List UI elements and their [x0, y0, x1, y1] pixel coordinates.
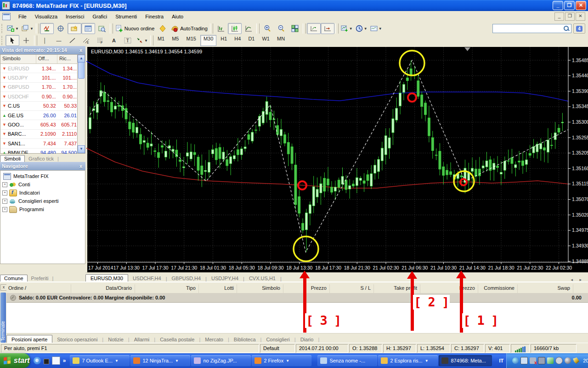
timeframe-m15[interactable]: M15 — [183, 35, 199, 46]
profiles-button[interactable]: ▼ — [20, 23, 35, 34]
start-button[interactable]: start — [0, 353, 30, 368]
expand-plus-icon[interactable]: + — [2, 190, 7, 196]
autoscroll-button[interactable] — [307, 23, 321, 34]
new-chart-button[interactable]: ▼ — [6, 23, 20, 34]
timeframe-mn[interactable]: MN — [274, 35, 288, 46]
timeframe-m5[interactable]: M5 — [169, 35, 182, 46]
toolbar-grip[interactable] — [1, 24, 4, 33]
quick-launch-chevron-icon[interactable]: » — [63, 357, 66, 364]
horizontal-line-button[interactable]: — — [52, 35, 66, 46]
terminal-col-1[interactable]: Data/Orario — [71, 284, 135, 293]
fibonacci-button[interactable]: F — [93, 35, 107, 46]
terminal-col-10[interactable]: Swap — [518, 284, 573, 293]
scroll-up-icon[interactable]: ▲ — [78, 55, 85, 63]
status-profile[interactable]: Default — [260, 344, 295, 353]
mw-col-0[interactable]: Simbolo — [0, 55, 36, 63]
market-watch-header[interactable]: SimboloOff...Ric... — [0, 55, 79, 64]
menu-file[interactable]: File — [14, 12, 31, 21]
bar-chart-button[interactable] — [214, 23, 228, 34]
market-watch-row[interactable]: ▼BARC...2.10902.1110 — [0, 130, 79, 139]
candlestick-button[interactable] — [228, 23, 242, 34]
terminal-col-11[interactable]: Profitto — [573, 284, 588, 293]
chart-window[interactable]: 1.354851.354401.353901.353451.353001.352… — [85, 46, 588, 272]
terminal-col-0[interactable]: Ordine / — [6, 284, 71, 293]
crosshair-button[interactable] — [19, 35, 33, 46]
tab-preferiti[interactable]: Preferiti — [28, 275, 52, 282]
chart-tab-gbpusd-h4[interactable]: GBPUSD,H4 — [167, 275, 206, 282]
menu-strumenti[interactable]: Strumenti — [111, 12, 141, 21]
indicators-button[interactable]: ▼ — [339, 23, 354, 34]
metaeditor-button[interactable] — [156, 23, 170, 34]
tile-windows-button[interactable] — [288, 23, 302, 34]
network-error-icon[interactable]: x — [530, 357, 536, 364]
line-chart-button[interactable] — [242, 23, 255, 34]
equidistant-channel-button[interactable]: E — [79, 35, 93, 46]
market-watch-scrollbar[interactable]: ▲ ▼ — [77, 54, 85, 154]
new-order-button[interactable]: Nuovo ordine — [114, 23, 156, 34]
market-watch-row[interactable]: ▼SAN1...7.4347.437 — [0, 139, 79, 148]
tab-simboli[interactable]: Simboli — [0, 155, 25, 162]
chart-tab-cvx-us-h1[interactable]: CVX.US,H1 — [244, 275, 280, 282]
network-activity-icon[interactable] — [520, 357, 528, 364]
zoom-out-button[interactable] — [274, 23, 288, 34]
taskbar-button-5[interactable]: 2 Esplora ris...▼ — [378, 355, 438, 366]
mdi-restore-button[interactable]: ❐ — [565, 12, 575, 21]
data-window-button[interactable] — [54, 23, 68, 34]
menu-grafici[interactable]: Grafici — [88, 12, 111, 21]
minimize-button[interactable]: _ — [553, 1, 563, 10]
templates-button[interactable]: ▼ — [369, 23, 384, 34]
menu-visualizza[interactable]: Visualizza — [31, 12, 62, 21]
taskbar-button-3[interactable]: 2 Firefox▼ — [252, 355, 311, 366]
navigator-close-icon[interactable]: x — [78, 163, 84, 169]
scroll-down-icon[interactable]: ▼ — [78, 145, 85, 153]
chart-shift-button[interactable] — [321, 23, 334, 34]
chart-tab-eurusd-m30[interactable]: EURUSD,M30 — [85, 274, 128, 282]
shield-icon[interactable] — [547, 357, 554, 364]
terminal-col-3[interactable]: Lotti — [199, 284, 237, 293]
terminal-button[interactable] — [81, 23, 95, 34]
taskbar-button-4[interactable]: Senza nome -... — [317, 355, 377, 366]
expand-plus-icon[interactable]: + — [2, 207, 7, 212]
navigator-item-indicatori[interactable]: +Indicatori — [0, 189, 85, 197]
navigator-root[interactable]: MetaTrader FIX — [0, 172, 85, 180]
zoom-in-button[interactable] — [260, 23, 274, 34]
mw-col-1[interactable]: Off... — [36, 55, 57, 63]
quick-launch-icon[interactable] — [44, 359, 49, 364]
terminal-col-5[interactable]: Prezzo — [283, 284, 330, 293]
tab-comune[interactable]: Comune — [0, 275, 28, 282]
task-group-arrow-icon[interactable]: ▼ — [115, 359, 119, 363]
terminal-side-tab[interactable]: Terminale — [0, 293, 6, 343]
autotrading-button[interactable]: AutoTrading — [170, 23, 209, 34]
chart-tab-usdchf-h4[interactable]: USDCHF,H4 — [128, 275, 166, 282]
navigator-item-consiglieri-esperti[interactable]: +Consiglieri esperti — [0, 197, 85, 205]
timeframe-m1[interactable]: M1 — [154, 35, 168, 46]
price-chart[interactable]: 1.354851.354401.353901.353451.353001.352… — [85, 46, 588, 272]
market-watch-button[interactable] — [40, 23, 54, 34]
stopwatch-icon[interactable] — [555, 357, 563, 364]
vertical-line-button[interactable]: │ — [38, 35, 52, 46]
scrollbar-thumb[interactable] — [78, 62, 85, 79]
market-watch-row[interactable]: ▼C.US50.3250.33 — [0, 102, 79, 111]
market-watch-row[interactable]: ▼USDJPY101....101.... — [0, 73, 79, 82]
task-group-arrow-icon[interactable]: ▼ — [175, 359, 179, 363]
terminal-col-9[interactable]: Commissione — [478, 284, 518, 293]
navigator-item-programmi[interactable]: +Programmi — [0, 205, 85, 213]
mdi-minimize-button[interactable]: _ — [554, 12, 564, 21]
menu-finestra[interactable]: Finestra — [141, 12, 168, 21]
netmeeting-icon[interactable] — [573, 357, 579, 364]
taskbar-button-1[interactable]: 12 NinjaTra...▼ — [130, 355, 190, 366]
internet-explorer-icon[interactable] — [34, 357, 41, 364]
volume-icon[interactable] — [565, 357, 571, 364]
timeframe-m30[interactable]: M30 — [200, 35, 216, 46]
mdi-close-button[interactable]: ✕ — [576, 12, 585, 21]
market-watch-row[interactable]: ▼GBPUSD1.70...1.70... — [0, 83, 79, 92]
cursor-button[interactable] — [6, 35, 19, 46]
timeframe-d1[interactable]: D1 — [245, 35, 258, 46]
restore-button[interactable]: ❐ — [564, 1, 575, 10]
expand-plus-icon[interactable]: + — [2, 199, 7, 204]
terminal-close-icon[interactable]: x — [0, 284, 7, 291]
periods-button[interactable]: ▼ — [354, 23, 369, 34]
taskbar-button-0[interactable]: 7 Outlook E...▼ — [70, 355, 130, 366]
tab-grafico-tick[interactable]: Grafico tick — [25, 155, 57, 162]
text-button[interactable]: A — [107, 35, 121, 46]
